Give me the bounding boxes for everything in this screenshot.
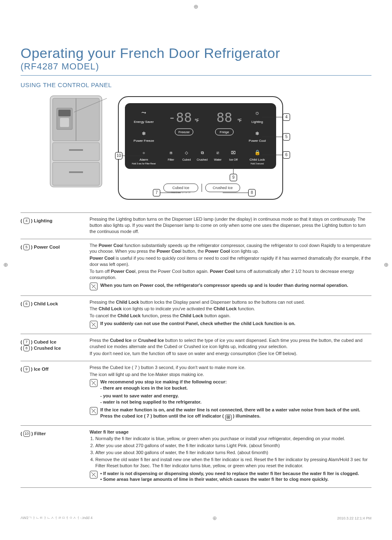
svg-rect-9 — [69, 171, 83, 173]
table-row: ( 6 ) Child Lock Pressing the Child Lock… — [21, 296, 371, 335]
svg-text:Water: Water — [214, 158, 222, 161]
svg-text:❄: ❄ — [255, 131, 259, 136]
footer-filename: AW2ㄱㅏㄴㅌㅏㄴㅅㅓㄹㅁㅕㅇㅅㅓ-.indd 4 — [21, 515, 92, 521]
svg-text:❄: ❄ — [142, 131, 146, 136]
table-row: ( 5 ) Power Cool The Power Cool function… — [21, 239, 371, 296]
svg-text:°F: °F — [238, 118, 242, 123]
table-row: ( 9 ) Ice Off Press the Cubed Ice ( 7 ) … — [21, 361, 371, 426]
svg-text:Ice Off: Ice Off — [229, 158, 238, 161]
model-subtitle: (RF4287 MODEL) — [21, 61, 371, 72]
svg-rect-8 — [53, 162, 99, 185]
note-icon — [90, 321, 98, 329]
feature-key-power-cool: ( 5 ) Power Cool — [21, 242, 82, 292]
svg-text:🔒: 🔒 — [254, 149, 261, 155]
refrigerator-illustration — [45, 92, 107, 191]
note-icon — [90, 471, 98, 479]
svg-text:Hold 3 sec for Filter Reset: Hold 3 sec for Filter Reset — [132, 162, 156, 165]
svg-text:☼: ☼ — [255, 109, 260, 116]
svg-rect-7 — [69, 149, 83, 151]
svg-text:Cubed Ice: Cubed Ice — [172, 186, 189, 190]
svg-text:⟐: ⟐ — [143, 150, 145, 155]
svg-text:Power Cool: Power Cool — [249, 139, 266, 143]
svg-text:◇: ◇ — [185, 150, 188, 155]
callout-9: 9 — [230, 174, 237, 181]
svg-text:°F: °F — [195, 118, 199, 123]
figure-row: ⤳ Energy Saver ☼ Lighting -88 °F 88 °F ❄… — [21, 92, 371, 203]
svg-text:Fridge: Fridge — [220, 130, 229, 134]
svg-text:Filter: Filter — [168, 158, 174, 161]
note-icon — [90, 407, 98, 415]
table-row: ( 10 ) Filter Water fi lter usage Normal… — [21, 426, 371, 488]
feature-key-ice-off: ( 9 ) Ice Off — [21, 365, 82, 422]
svg-text:Hold 3 second: Hold 3 second — [251, 162, 264, 165]
registration-mark-icon: ⊕ — [194, 3, 198, 10]
callout-10: 10 — [115, 152, 122, 159]
feature-desc-child-lock: Pressing the Child Lock button locks the… — [90, 299, 371, 331]
svg-rect-5 — [60, 118, 69, 127]
svg-rect-6 — [53, 143, 99, 161]
svg-text:Energy Saver: Energy Saver — [134, 120, 154, 124]
svg-text:⤳: ⤳ — [141, 109, 146, 116]
svg-text:Power Freeze: Power Freeze — [134, 139, 154, 143]
feature-key-ice-type: ( 7 ) Cubed Ice ( 8 ) Crushed Ice — [21, 337, 82, 358]
svg-text:Hold 3 sec for Ice Off: Hold 3 sec for Ice Off — [171, 191, 191, 194]
note-icon — [90, 379, 98, 387]
svg-text:Crushed: Crushed — [197, 158, 208, 161]
registration-mark-icon: ⊕ — [384, 261, 389, 268]
svg-text:⎚: ⎚ — [217, 150, 219, 155]
svg-text:⧆: ⧆ — [170, 150, 172, 155]
note-icon — [90, 282, 98, 291]
ice-off-indicator-icon: ⌧ — [225, 415, 232, 420]
feature-key-child-lock: ( 6 ) Child Lock — [21, 299, 82, 331]
feature-desc-lighting: Pressing the Lighting button turns on th… — [90, 216, 371, 235]
callout-5: 5 — [283, 133, 290, 141]
callout-4: 4 — [283, 113, 290, 121]
control-panel-illustration: ⤳ Energy Saver ☼ Lighting -88 °F 88 °F ❄… — [114, 92, 291, 203]
section-heading: USING THE CONTROL PANEL — [21, 81, 371, 88]
svg-text:Crushed Ice: Crushed Ice — [213, 186, 233, 190]
registration-mark-icon: ⊕ — [3, 261, 8, 268]
feature-desc-filter: Water fi lter usage Normally the fi lter… — [90, 429, 371, 485]
feature-table: ( 4 ) Lighting Pressing the Lighting but… — [21, 212, 371, 488]
svg-text:Cubed: Cubed — [182, 158, 191, 161]
feature-key-lighting: ( 4 ) Lighting — [21, 216, 82, 235]
feature-desc-power-cool: The Power Cool function substantially sp… — [90, 242, 371, 292]
table-row: ( 7 ) Cubed Ice ( 8 ) Crushed Ice Press … — [21, 334, 371, 361]
svg-text:-88: -88 — [168, 110, 192, 125]
callout-6: 6 — [283, 151, 290, 159]
feature-desc-ice-off: Press the Cubed Ice ( 7 ) button 3 secon… — [90, 365, 371, 422]
svg-rect-4 — [58, 110, 71, 116]
divider — [21, 75, 371, 76]
svg-text:Lighting: Lighting — [251, 120, 263, 124]
callout-8: 8 — [248, 189, 256, 196]
feature-key-filter: ( 10 ) Filter — [21, 429, 82, 485]
svg-text:Child Lock: Child Lock — [249, 158, 265, 162]
footer-timestamp: 2010.3.22 12:1:4 PM — [337, 516, 371, 520]
callout-7: 7 — [153, 189, 160, 196]
svg-text:⌧: ⌧ — [231, 150, 236, 155]
svg-text:88: 88 — [217, 110, 233, 125]
page-title: Operating your French Door Refrigerator — [21, 45, 371, 61]
feature-desc-ice-type: Press the Cubed Ice or Crushed Ice butto… — [90, 337, 371, 358]
svg-text:Freezer: Freezer — [178, 130, 190, 134]
svg-text:Alarm: Alarm — [140, 158, 148, 162]
svg-text:⧉: ⧉ — [201, 150, 204, 155]
table-row: ( 4 ) Lighting Pressing the Lighting but… — [21, 213, 371, 239]
print-footer: AW2ㄱㅏㄴㅌㅏㄴㅅㅓㄹㅁㅕㅇㅅㅓ-.indd 4 ⊕ 2010.3.22 12… — [21, 512, 371, 521]
registration-mark-icon: ⊕ — [212, 515, 217, 521]
